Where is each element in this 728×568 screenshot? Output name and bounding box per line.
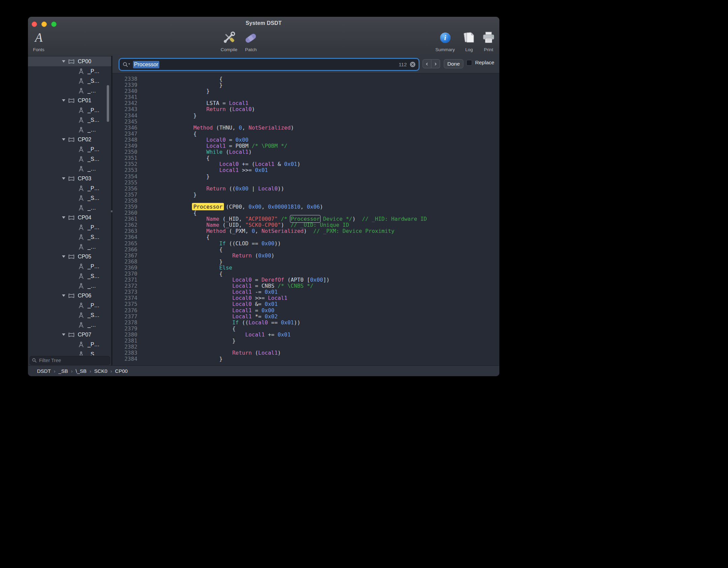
code-line[interactable]: 2343 Return (Local0) [112,106,499,112]
code-line[interactable]: 2384 } [112,356,499,362]
tree-item[interactable]: _… [28,164,111,174]
breadcrumb-item[interactable]: _SB [59,368,68,374]
code-line[interactable]: 2365 If ((CLOD == 0x00)) [112,241,499,247]
done-button[interactable]: Done [444,59,463,68]
filter-tree-input[interactable] [38,357,108,363]
breadcrumb-item[interactable]: DSDT [37,368,51,374]
tree-group-cp03[interactable]: CP03 [28,174,111,183]
code-line[interactable]: 2373 Local1 -= 0x01 [112,289,499,295]
disclosure-triangle-icon[interactable] [62,138,65,141]
code-line[interactable]: 2379 { [112,326,499,332]
code-line[interactable]: 2381 } [112,338,499,344]
tree-item[interactable]: _S… [28,271,111,281]
tree-group-cp06[interactable]: CP06 [28,291,111,300]
filter-tree-field[interactable] [30,356,110,365]
tree-item[interactable]: _P… [28,105,111,115]
code-line[interactable]: 2349 Local1 = P0BM /* \P0BM */ [112,143,499,149]
code-line[interactable]: 2356 Return ((0x00 | Local0)) [112,186,499,192]
code-line[interactable]: 2362 Name (_UID, "SCK0-CP00") // _UID: U… [112,222,499,228]
code-line[interactable]: 2361 Name (_HID, "ACPI0007" /* Processor… [112,216,499,222]
disclosure-triangle-icon[interactable] [62,216,65,219]
code-line[interactable]: 2357 } [112,192,499,198]
code-line[interactable]: 2366 { [112,247,499,253]
code-line[interactable]: 2360 { [112,210,499,216]
disclosure-triangle-icon[interactable] [62,333,65,336]
code-line[interactable]: 2378 If ((Local0 == 0x01)) [112,320,499,326]
code-line[interactable]: 2350 While (Local1) [112,149,499,155]
code-line[interactable]: 2347 { [112,131,499,137]
tree-item[interactable]: _P… [28,222,111,232]
tree-item[interactable]: _S… [28,349,111,355]
tree-item[interactable]: _P… [28,144,111,154]
log-toolbar-button[interactable]: Log [459,29,479,52]
tree-item[interactable]: _… [28,86,111,96]
tree-group-cp05[interactable]: CP05 [28,252,111,261]
code-editor[interactable]: 2338 {2339 }2340 }23412342 LSTA = Local1… [112,73,499,365]
code-line[interactable]: 2359 Processor (CP00, 0x00, 0x00001810, … [112,204,499,210]
code-line[interactable]: 2380 Local1 += 0x01 [112,332,499,338]
search-input[interactable]: Processor 112 [120,59,419,70]
tree-item[interactable]: _P… [28,66,111,76]
tree-group-cp07[interactable]: CP07 [28,330,111,340]
replace-checkbox[interactable] [466,60,472,66]
code-line[interactable]: 2382 [112,344,499,350]
code-line[interactable]: 2372 Local1 = CNBS /* \CNBS */ [112,283,499,289]
code-line[interactable]: 2341 [112,94,499,100]
code-line[interactable]: 2370 { [112,271,499,277]
breadcrumb-item[interactable]: SCK0 [94,368,107,374]
code-line[interactable]: 2353 Local1 >>= 0x01 [112,167,499,173]
next-match-button[interactable]: › [431,59,440,68]
tree-item[interactable]: _… [28,125,111,135]
disclosure-triangle-icon[interactable] [62,294,65,297]
sidebar-scrollbar[interactable] [107,85,109,122]
code-line[interactable]: 2340 } [112,88,499,94]
tree-item[interactable]: _S… [28,193,111,203]
tree-group-cp01[interactable]: CP01 [28,96,111,105]
code-line[interactable]: 2375 Local0 &= 0x01 [112,301,499,307]
compile-toolbar-button[interactable]: Compile [217,29,241,52]
tree-group-cp02[interactable]: CP02 [28,135,111,144]
disclosure-triangle-icon[interactable] [62,99,65,102]
search-menu-icon[interactable] [123,62,131,67]
tree-item[interactable]: _S… [28,115,111,125]
tree-item[interactable]: _S… [28,154,111,164]
code-line[interactable]: 2338 { [112,76,499,82]
summary-toolbar-button[interactable]: i Summary [434,29,456,52]
disclosure-triangle-icon[interactable] [62,60,65,63]
code-line[interactable]: 2363 Method (_PXM, 0, NotSerialized) // … [112,228,499,234]
code-line[interactable]: 2339 } [112,82,499,88]
code-line[interactable]: 2351 { [112,155,499,161]
tree-item[interactable]: _S… [28,232,111,242]
disclosure-triangle-icon[interactable] [62,177,65,180]
tree-group-cp04[interactable]: CP04 [28,213,111,222]
tree-item[interactable]: _… [28,320,111,330]
code-line[interactable]: 2376 Local1 = 0x00 [112,308,499,314]
clear-search-icon[interactable] [410,62,416,67]
code-line[interactable]: 2367 Return (0x00) [112,253,499,259]
code-line[interactable]: 2355 [112,180,499,186]
tree-item[interactable]: _P… [28,183,111,193]
patch-toolbar-button[interactable]: Patch [240,29,262,52]
code-line[interactable]: 2345 [112,119,499,125]
code-line[interactable]: 2383 Return (Local1) [112,350,499,356]
code-line[interactable]: 2354 } [112,174,499,180]
code-line[interactable]: 2346 Method (THNU, 0, NotSerialized) [112,125,499,131]
breadcrumb-item[interactable]: \_SB [76,368,87,374]
code-line[interactable]: 2364 { [112,234,499,240]
tree-item[interactable]: _P… [28,340,111,349]
tree-item[interactable]: _S… [28,310,111,320]
fonts-toolbar-button[interactable]: A Fonts [29,29,48,52]
tree-item[interactable]: _S… [28,76,111,86]
tree-item[interactable]: _P… [28,300,111,310]
previous-match-button[interactable]: ‹ [423,59,431,68]
tree-group-cp00[interactable]: CP00 [28,57,111,66]
code-line[interactable]: 2377 Local1 *= 0x02 [112,314,499,320]
code-line[interactable]: 2342 LSTA = Local1 [112,100,499,106]
code-line[interactable]: 2369 Else [112,265,499,271]
code-line[interactable]: 2371 Local0 = DerefOf (APT0 [0x00]) [112,277,499,283]
tree-item[interactable]: _… [28,242,111,252]
code-line[interactable]: 2374 Local0 >>= Local1 [112,295,499,301]
tree-item[interactable]: _… [28,203,111,213]
code-line[interactable]: 2348 Local0 = 0x00 [112,137,499,143]
tree-item[interactable]: _… [28,281,111,291]
